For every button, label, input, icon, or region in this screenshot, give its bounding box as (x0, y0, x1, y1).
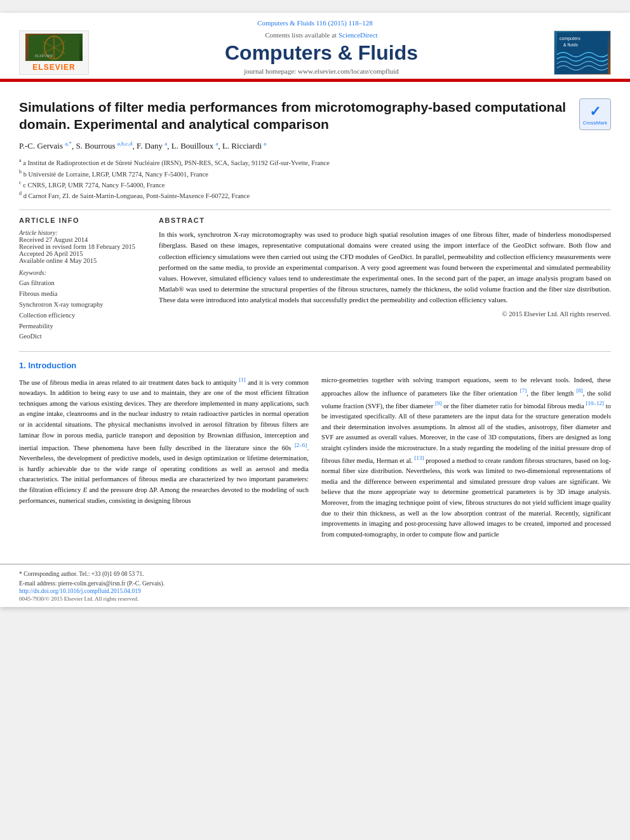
ref-8[interactable]: [8] (576, 387, 583, 394)
keyword-6: GeoDict (19, 331, 146, 342)
ref-13[interactable]: [13] (414, 455, 424, 461)
journal-cover-image: computers & fluids (554, 30, 611, 75)
doi-link[interactable]: http://dx.doi.org/10.1016/j.compfluid.20… (19, 588, 611, 594)
elsevier-label: ELSEVIER (32, 63, 75, 72)
corresponding-note: * Corresponding author. Tel.: +33 (0)1 6… (19, 570, 611, 578)
journal-title: Computers & Fluids (102, 41, 541, 65)
keyword-2: Fibrous media (19, 289, 146, 300)
ref-10-12[interactable]: [10–12] (586, 400, 605, 406)
left-column: The use of fibrous media in areas relate… (19, 375, 309, 545)
main-content: 1. Introduction The use of fibrous media… (19, 351, 611, 545)
section1-number: 1. (19, 361, 26, 370)
received-date: Received 27 August 2014 (19, 236, 146, 243)
svg-text:computers: computers (560, 36, 580, 41)
ref-7[interactable]: [7] (520, 387, 527, 394)
ref-9[interactable]: [9] (435, 400, 442, 406)
crossmark-icon: ✓ (589, 103, 601, 120)
section1-header: 1. Introduction (19, 361, 611, 370)
history-item: Article history: Received 27 August 2014… (19, 229, 146, 264)
svg-text:& fluids: & fluids (563, 43, 578, 47)
ref-1[interactable]: [1] (239, 377, 246, 383)
journal-header: Computers & Fluids 116 (2015) 118–128 EL… (0, 13, 630, 80)
section1-title: Introduction (28, 361, 76, 370)
keywords-list: Gas filtration Fibrous media Synchrotron… (19, 278, 146, 342)
svg-text:ELSEVIER: ELSEVIER (35, 54, 53, 58)
journal-banner: ELSEVIER ELSEVIER Contents lists availab… (19, 30, 611, 75)
title-section: Simulations of filter media performances… (19, 98, 611, 133)
affil-b: b b Université de Lorraine, LRGP, UMR 72… (19, 168, 611, 179)
available-date: Available online 4 May 2015 (19, 257, 146, 264)
keyword-1: Gas filtration (19, 278, 146, 289)
article-info-col: Article info Article history: Received 2… (19, 217, 146, 342)
affil-d: d d Carnot Farr, ZI. de Saint-Martin-Lon… (19, 190, 611, 201)
sciencedirect-link[interactable]: ScienceDirect (338, 31, 378, 39)
history-label: Article history: (19, 229, 146, 236)
right-para-1: micro-geometries together with solving t… (321, 375, 611, 540)
two-column-layout: The use of fibrous media in areas relate… (19, 375, 611, 545)
content-available-line: Contents lists available at ScienceDirec… (102, 31, 541, 39)
keyword-5: Permeability (19, 321, 146, 332)
crossmark-label: CrossMark (583, 120, 608, 126)
affiliations: a a Institut de Radioprotection et de Sû… (19, 157, 611, 201)
email-note: E-mail address: pierre-colin.gervais@irs… (19, 579, 611, 588)
abstract-text: In this work, synchrotron X-ray microtom… (159, 229, 611, 305)
crossmark-badge[interactable]: ✓ CrossMark (579, 98, 611, 130)
left-para-1: The use of fibrous media in areas relate… (19, 375, 309, 506)
elsevier-logo: ELSEVIER ELSEVIER (19, 30, 89, 75)
abstract-label: Abstract (159, 217, 611, 224)
abstract-col: Abstract In this work, synchrotron X-ray… (159, 217, 611, 342)
article-body: Simulations of filter media performances… (0, 88, 630, 557)
citation-bar: Computers & Fluids 116 (2015) 118–128 (19, 19, 611, 27)
journal-center: Contents lists available at ScienceDirec… (89, 31, 554, 75)
accepted-date: Accepted 26 April 2015 (19, 250, 146, 257)
keywords-label: Keywords: (19, 269, 146, 276)
received-revised-date: Received in revised form 18 February 201… (19, 243, 146, 250)
info-abstract-row: Article info Article history: Received 2… (19, 210, 611, 342)
ref-2-6[interactable]: [2–6] (295, 442, 307, 448)
article-info-label: Article info (19, 217, 146, 224)
authors-line: P.-C. Gervais a,*, S. Bourrous a,b,c,d, … (19, 140, 611, 152)
copyright-line: © 2015 Elsevier Ltd. All rights reserved… (159, 310, 611, 317)
article-title: Simulations of filter media performances… (19, 98, 572, 133)
affil-a: a a Institut de Radioprotection et de Sû… (19, 157, 611, 168)
keyword-3: Synchrotron X-ray tomography (19, 300, 146, 310)
affil-c: c c CNRS, LRGP, UMR 7274, Nancy F-54000,… (19, 179, 611, 190)
article-page: Computers & Fluids 116 (2015) 118–128 EL… (0, 13, 630, 607)
page-footer: * Corresponding author. Tel.: +33 (0)1 6… (0, 564, 630, 607)
right-column: micro-geometries together with solving t… (321, 375, 611, 545)
red-rule (0, 80, 630, 82)
top-citation: Computers & Fluids 116 (2015) 118–128 (257, 19, 373, 27)
logo-image: ELSEVIER (25, 34, 83, 61)
issn-line: 0045-7930/© 2015 Elsevier Ltd. All right… (19, 596, 611, 602)
keyword-4: Collection efficiency (19, 310, 146, 321)
authors-text: P.-C. Gervais a,*, S. Bourrous a,b,c,d, … (19, 141, 266, 150)
journal-homepage: journal homepage: www.elsevier.com/locat… (102, 67, 541, 75)
